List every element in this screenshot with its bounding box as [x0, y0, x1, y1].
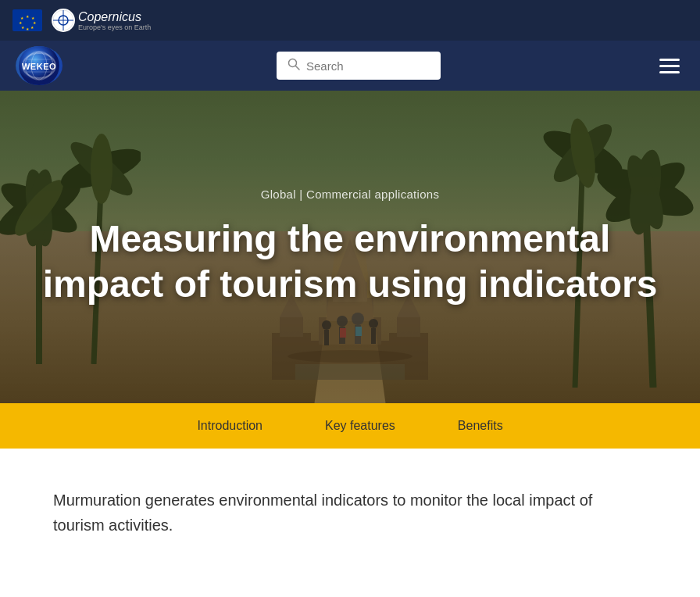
hero-section: Global | Commercial applications Measuri… — [0, 91, 700, 403]
search-icon — [288, 58, 300, 73]
eu-logo: ★ ★ ★ ★ ★ ★ ★ ★ — [12, 9, 42, 31]
hamburger-line-2 — [659, 65, 680, 67]
svg-point-15 — [31, 52, 47, 80]
copernicus-logo: Copernicus Europe's eyes on Earth — [52, 9, 151, 32]
svg-text:WEKEO: WEKEO — [22, 62, 56, 71]
intro-text: Murmuration generates environmental indi… — [53, 488, 639, 538]
svg-point-14 — [25, 52, 53, 80]
search-bar[interactable] — [277, 52, 441, 80]
hero-title: Measuring the environmental impact of to… — [30, 216, 670, 306]
search-input[interactable] — [306, 59, 430, 73]
hamburger-menu-button[interactable] — [655, 54, 684, 78]
tab-key-features[interactable]: Key features — [325, 413, 395, 439]
svg-line-21 — [296, 66, 300, 70]
tab-benefits[interactable]: Benefits — [458, 413, 503, 439]
content-area: Murmuration generates environmental indi… — [0, 449, 700, 584]
hamburger-line-3 — [659, 71, 680, 73]
copernicus-tagline: Europe's eyes on Earth — [78, 24, 151, 31]
hamburger-line-1 — [659, 59, 680, 61]
hero-subtitle: Global | Commercial applications — [261, 188, 440, 201]
top-bar: ★ ★ ★ ★ ★ ★ ★ ★ Copernicus — [0, 0, 700, 41]
hero-overlay: Global | Commercial applications Measuri… — [0, 91, 700, 403]
copernicus-name: Copernicus — [78, 10, 141, 23]
copernicus-text-block: Copernicus Europe's eyes on Earth — [78, 10, 151, 31]
tab-introduction[interactable]: Introduction — [197, 413, 262, 439]
wekeo-logo[interactable]: WEKEO — [16, 46, 62, 85]
nav-bar: WEKEO — [0, 41, 700, 91]
eu-flag-icon: ★ ★ ★ ★ ★ ★ ★ ★ — [12, 9, 42, 31]
tabs-bar: Introduction Key features Benefits — [0, 403, 700, 449]
copernicus-icon — [52, 9, 75, 32]
